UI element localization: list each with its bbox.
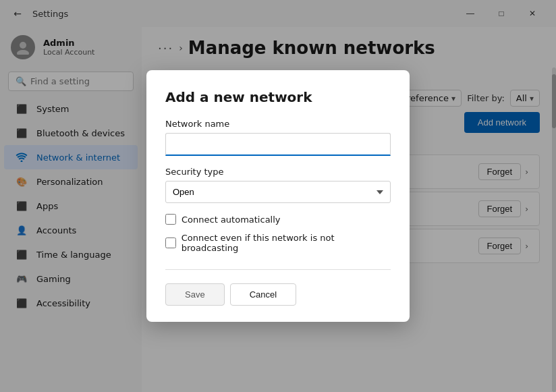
save-button[interactable]: Save [165, 283, 225, 306]
security-type-label: Security type [165, 167, 391, 177]
security-type-select[interactable]: Open WPA2-Personal WPA3-Personal WEP [165, 181, 391, 203]
add-network-dialog: Add a new network Network name Security … [146, 70, 410, 322]
network-name-input[interactable] [165, 133, 391, 156]
connect-hidden-checkbox[interactable] [165, 237, 176, 248]
connect-auto-row: Connect automatically [165, 214, 391, 225]
connect-hidden-label: Connect even if this network is not broa… [182, 233, 391, 253]
dialog-overlay: Add a new network Network name Security … [0, 0, 556, 392]
network-name-label: Network name [165, 119, 391, 129]
cancel-button[interactable]: Cancel [230, 283, 296, 306]
connect-auto-label: Connect automatically [182, 215, 281, 225]
dialog-title: Add a new network [165, 89, 391, 105]
connect-auto-checkbox[interactable] [165, 214, 176, 225]
dialog-footer: Save Cancel [165, 269, 391, 306]
connect-hidden-row: Connect even if this network is not broa… [165, 233, 391, 253]
